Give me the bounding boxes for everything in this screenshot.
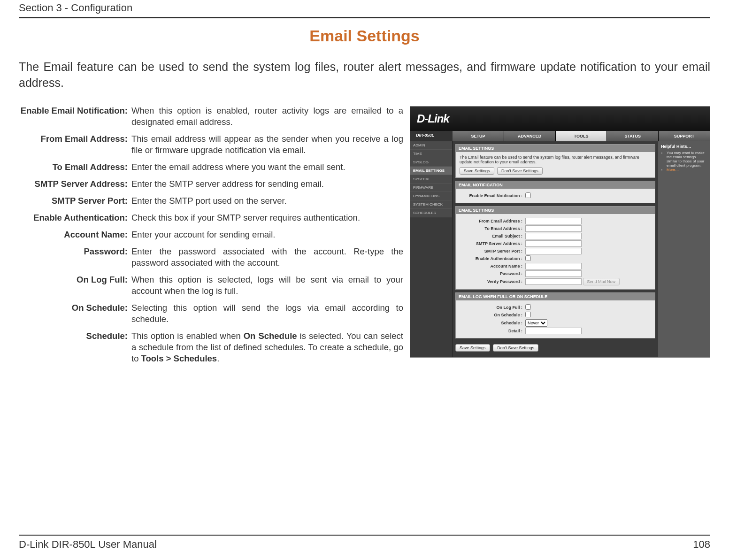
router-content: EMAIL SETTINGS The Email feature can be … bbox=[453, 141, 658, 357]
definition-label: Schedule: bbox=[19, 330, 131, 364]
definition-label: To Email Address: bbox=[19, 161, 131, 173]
panel-header: EMAIL SETTINGS bbox=[456, 207, 655, 214]
enable-email-notification-label: Enable Email Notification : bbox=[460, 193, 525, 198]
tab-tools[interactable]: TOOLS bbox=[556, 131, 607, 141]
form-label: On Log Full : bbox=[460, 305, 525, 310]
form-row: Password : bbox=[460, 270, 651, 277]
helpful-hints-panel: Helpful Hints… You may want to make the … bbox=[658, 141, 710, 357]
hints-more-link[interactable]: More… bbox=[667, 168, 679, 172]
form-row: On Schedule : bbox=[460, 312, 651, 318]
definition-value: Enter the SMTP server address for sendin… bbox=[131, 178, 403, 190]
router-screenshot: D-Link DIR-850L SETUPADVANCEDTOOLSSTATUS… bbox=[410, 106, 710, 358]
definition-label: On Log Full: bbox=[19, 274, 131, 297]
definition-row: Account Name:Enter your account for send… bbox=[19, 229, 403, 240]
definition-row: Schedule:This option is enabled when On … bbox=[19, 330, 403, 364]
tab-support[interactable]: SUPPORT bbox=[659, 131, 710, 141]
send-mail-now-button[interactable]: Send Mail Now bbox=[583, 278, 620, 285]
definition-value: Enter your account for sending email. bbox=[131, 229, 403, 240]
verify-password-input[interactable] bbox=[525, 278, 582, 285]
form-label: Enable Authentication : bbox=[460, 256, 525, 261]
panel-email-settings-form: EMAIL SETTINGS From Email Address :To Em… bbox=[455, 206, 655, 290]
enable-authentication-checkbox[interactable] bbox=[525, 255, 531, 261]
definition-label: Account Name: bbox=[19, 229, 131, 240]
intro-paragraph: The Email feature can be used to send th… bbox=[19, 59, 710, 91]
definition-row: Enable Email Notification:When this opti… bbox=[19, 105, 403, 128]
text-input[interactable] bbox=[525, 248, 582, 254]
sidebar-item-admin[interactable]: ADMIN bbox=[410, 141, 452, 150]
text-input[interactable] bbox=[525, 263, 582, 269]
definition-label: SMTP Server Port: bbox=[19, 195, 131, 207]
sidebar-item-schedules[interactable]: SCHEDULES bbox=[410, 209, 452, 217]
router-sidebar: ADMINTIMESYSLOGEMAIL SETTINGSSYSTEMFIRMW… bbox=[410, 141, 453, 357]
detail-input[interactable] bbox=[525, 328, 582, 334]
panel-description: The Email feature can be used to send th… bbox=[460, 155, 651, 164]
sidebar-item-system-check[interactable]: SYSTEM CHECK bbox=[410, 200, 452, 209]
form-row: SMTP Server Address : bbox=[460, 240, 651, 247]
form-row: Schedule :Never bbox=[460, 319, 651, 327]
definition-value: Check this box if your SMTP server requi… bbox=[131, 212, 403, 223]
definition-value: Enter the SMTP port used on the server. bbox=[131, 195, 403, 207]
save-settings-button-bottom[interactable]: Save Settings bbox=[455, 344, 490, 352]
save-settings-button[interactable]: Save Settings bbox=[460, 167, 494, 175]
definition-value: This email address will appear as the se… bbox=[131, 133, 403, 156]
form-row: SMTP Server Port : bbox=[460, 248, 651, 254]
section-header: Section 3 - Configuration bbox=[19, 0, 710, 17]
form-row: From Email Address : bbox=[460, 218, 651, 224]
definition-row: Password:Enter the password associated w… bbox=[19, 246, 403, 268]
hints-text: You may want to make the email settings … bbox=[667, 151, 707, 168]
definition-row: To Email Address:Enter the email address… bbox=[19, 161, 403, 173]
form-label: Verify Password : bbox=[460, 279, 525, 284]
form-label: Email Subject : bbox=[460, 234, 525, 238]
sidebar-item-email-settings[interactable]: EMAIL SETTINGS bbox=[410, 167, 452, 175]
definition-row: SMTP Server Address:Enter the SMTP serve… bbox=[19, 178, 403, 190]
panel-header: EMAIL LOG WHEN FULL OR ON SCHEDULE bbox=[456, 293, 655, 300]
sidebar-item-firmware[interactable]: FIRMWARE bbox=[410, 184, 452, 192]
text-input[interactable] bbox=[525, 240, 582, 247]
tab-setup[interactable]: SETUP bbox=[453, 131, 504, 141]
sidebar-item-system[interactable]: SYSTEM bbox=[410, 175, 452, 184]
form-label: SMTP Server Address : bbox=[460, 241, 525, 246]
definition-label: SMTP Server Address: bbox=[19, 178, 131, 190]
panel-email-settings-intro: EMAIL SETTINGS The Email feature can be … bbox=[455, 144, 655, 178]
form-row: Account Name : bbox=[460, 263, 651, 269]
definition-value: Selecting this option will send the logs… bbox=[131, 302, 403, 325]
sidebar-item-syslog[interactable]: SYSLOG bbox=[410, 158, 452, 167]
dont-save-settings-button-bottom[interactable]: Don't Save Settings bbox=[493, 344, 538, 352]
log-option-checkbox[interactable] bbox=[525, 312, 531, 317]
text-input[interactable] bbox=[525, 270, 582, 277]
panel-email-log: EMAIL LOG WHEN FULL OR ON SCHEDULE On Lo… bbox=[455, 292, 655, 338]
schedule-select[interactable]: Never bbox=[525, 319, 547, 327]
definition-row: From Email Address:This email address wi… bbox=[19, 133, 403, 156]
dont-save-settings-button[interactable]: Don't Save Settings bbox=[497, 167, 543, 175]
definition-label: Enable Authentication: bbox=[19, 212, 131, 223]
footer-page-number: 108 bbox=[693, 538, 710, 551]
form-label: SMTP Server Port : bbox=[460, 249, 525, 253]
page-title: Email Settings bbox=[19, 27, 710, 45]
text-input[interactable] bbox=[525, 218, 582, 224]
form-label: Detail : bbox=[460, 329, 525, 333]
panel-header: EMAIL SETTINGS bbox=[456, 145, 655, 152]
dlink-logo: D-Link bbox=[417, 112, 449, 125]
panel-email-notification: EMAIL NOTIFICATION Enable Email Notifica… bbox=[455, 181, 655, 203]
text-input[interactable] bbox=[525, 233, 582, 239]
tab-advanced[interactable]: ADVANCED bbox=[504, 131, 555, 141]
enable-email-notification-checkbox[interactable] bbox=[525, 192, 531, 198]
definition-row: On Schedule:Selecting this option will s… bbox=[19, 302, 403, 325]
text-input[interactable] bbox=[525, 225, 582, 232]
router-nav-tabs: SETUPADVANCEDTOOLSSTATUSSUPPORT bbox=[453, 131, 710, 141]
form-row: Verify Password : Send Mail Now bbox=[460, 278, 651, 285]
definition-value: When this option is enabled, router acti… bbox=[131, 105, 403, 128]
form-row: On Log Full : bbox=[460, 304, 651, 311]
sidebar-item-time[interactable]: TIME bbox=[410, 150, 452, 158]
form-label: Password : bbox=[460, 271, 525, 276]
definition-label: Enable Email Notification: bbox=[19, 105, 131, 128]
definition-row: On Log Full:When this option is selected… bbox=[19, 274, 403, 297]
form-label: Schedule : bbox=[460, 321, 525, 325]
tab-status[interactable]: STATUS bbox=[607, 131, 658, 141]
log-option-checkbox[interactable] bbox=[525, 304, 531, 310]
definition-value: When this option is selected, logs will … bbox=[131, 274, 403, 297]
definition-list: Enable Email Notification:When this opti… bbox=[19, 105, 403, 535]
form-label: From Email Address : bbox=[460, 219, 525, 223]
sidebar-item-dynamic-dns[interactable]: DYNAMIC DNS bbox=[410, 192, 452, 200]
hints-header: Helpful Hints… bbox=[661, 144, 707, 149]
